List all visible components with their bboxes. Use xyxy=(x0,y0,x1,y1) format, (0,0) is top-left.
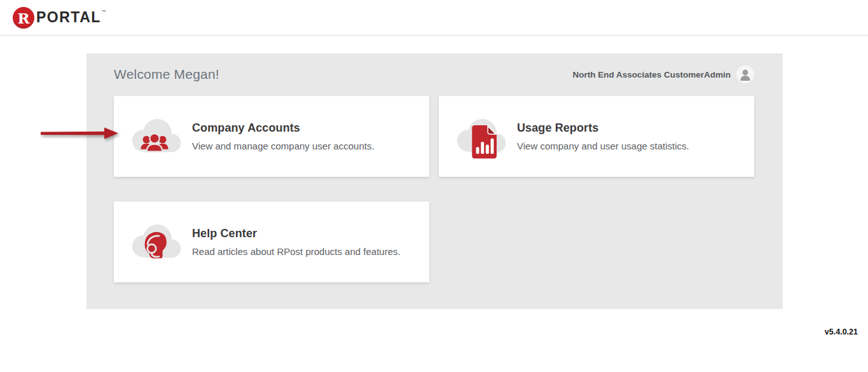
app-header: R PORTAL ™ xyxy=(0,0,868,36)
dashboard-panel: Welcome Megan! North End Associates Cust… xyxy=(86,53,783,309)
card-text: Help Center Read articles about RPost pr… xyxy=(192,227,401,257)
person-icon xyxy=(738,67,753,82)
user-info[interactable]: North End Associates CustomerAdmin xyxy=(572,65,754,83)
annotation-arrow-icon xyxy=(39,125,120,142)
welcome-heading: Welcome Megan! xyxy=(114,67,219,82)
logo-text: PORTAL xyxy=(36,10,101,25)
card-text: Usage Reports View company and user usag… xyxy=(517,121,689,151)
company-accounts-card[interactable]: Company Accounts View and manage company… xyxy=(114,96,429,177)
card-text: Company Accounts View and manage company… xyxy=(192,121,375,151)
card-description: Read articles about RPost products and f… xyxy=(192,246,401,257)
users-cloud-icon xyxy=(125,114,184,160)
user-avatar-icon[interactable] xyxy=(736,65,754,83)
rportal-logo[interactable]: R PORTAL ™ xyxy=(13,7,106,29)
card-description: View company and user usage statistics. xyxy=(517,141,689,151)
usage-reports-card[interactable]: Usage Reports View company and user usag… xyxy=(439,96,754,177)
logo-r-icon: R xyxy=(13,7,34,29)
card-title: Help Center xyxy=(192,227,401,240)
headset-support-cloud-icon xyxy=(125,219,184,265)
report-chart-cloud-icon xyxy=(450,114,509,160)
card-title: Usage Reports xyxy=(517,121,689,135)
app-version: v5.4.0.21 xyxy=(825,327,858,336)
card-description: View and manage company user accounts. xyxy=(192,141,375,151)
card-title: Company Accounts xyxy=(192,121,375,135)
logo-trademark: ™ xyxy=(102,10,106,14)
page: R PORTAL ™ Welcome Megan! North End Asso… xyxy=(0,0,868,372)
user-account-name: North End Associates CustomerAdmin xyxy=(572,70,731,79)
help-center-card[interactable]: Help Center Read articles about RPost pr… xyxy=(114,202,429,282)
